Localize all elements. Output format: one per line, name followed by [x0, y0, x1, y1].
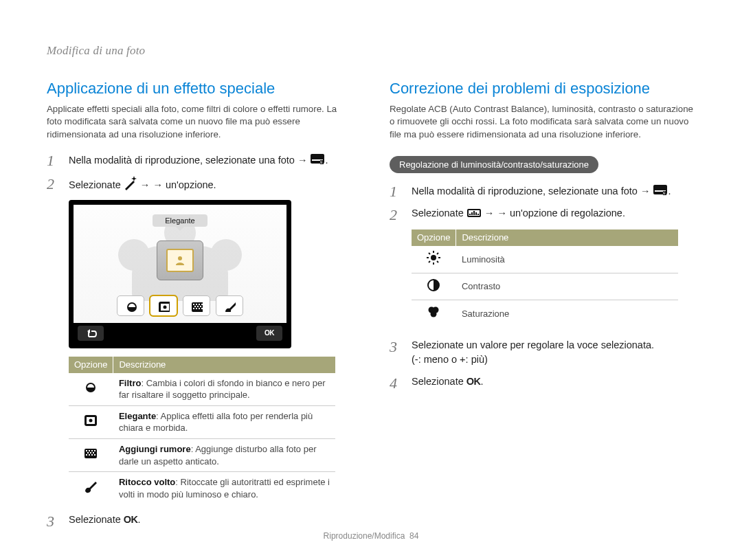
opt-label: Contrasto	[456, 273, 678, 300]
table-row: Luminosità	[412, 246, 678, 273]
table-header-description: Descrizione	[113, 357, 335, 373]
table-row: Aggiungi rumore: Aggiunge disturbo alla …	[69, 438, 335, 471]
right-step-2: 2 Selezionate → → un'opzione di regolazi…	[390, 206, 695, 223]
step-text: Selezionate	[412, 376, 464, 387]
page-section-title: Modifica di una foto	[47, 44, 145, 58]
step-number: 2	[47, 175, 59, 193]
step-text: Selezionate	[69, 514, 121, 525]
screen-ok-button[interactable]: OK	[256, 326, 282, 341]
ok-label-icon: OK	[124, 514, 138, 525]
arrow-icon: →	[140, 179, 150, 190]
opt-label: Saturazione	[456, 300, 678, 327]
table-row: Contrasto	[412, 273, 678, 300]
left-step-2: 2 Selezionate → → un'opzione.	[47, 175, 352, 193]
step-number: 3	[47, 513, 59, 529]
subsection-pill: Regolazione di luminosità/contrasto/satu…	[390, 156, 598, 173]
arrow-icon: →	[484, 208, 495, 219]
edit-card-icon	[653, 183, 668, 197]
table-row: Elegante: Applica effetti alla foto per …	[69, 405, 335, 438]
step-number: 3	[390, 338, 402, 368]
right-step-3: 3 Selezionate un valore per regolare la …	[390, 338, 695, 368]
levels-icon	[466, 206, 482, 219]
step-number: 4	[390, 374, 402, 391]
footer-section: Riproduzione/Modifica	[324, 531, 405, 541]
table-row: Ritocco volto: Ritoccate gli autoritratt…	[69, 472, 335, 505]
tray-noise-button[interactable]	[183, 295, 210, 316]
tray-elegant-button[interactable]	[150, 295, 177, 316]
right-column: Correzione dei problemi di esposizione R…	[390, 80, 695, 536]
edit-card-icon	[310, 152, 325, 166]
tray-retouch-button[interactable]	[216, 295, 243, 316]
camera-screen-preview: Elegante OK	[69, 200, 291, 348]
step-text: Nella modalità di riproduzione, selezion…	[69, 155, 307, 166]
step-number: 2	[390, 206, 402, 223]
right-step-1: 1 Nella modalità di riproduzione, selezi…	[390, 183, 695, 199]
left-options-table: Opzione Descrizione Filtro: Cambia i col…	[69, 357, 335, 504]
table-header-description: Descrizione	[456, 229, 678, 246]
opt-title: Ritocco volto	[119, 477, 175, 487]
left-heading: Applicazione di un effetto speciale	[47, 80, 352, 98]
left-column: Applicazione di un effetto speciale Appl…	[47, 80, 352, 536]
step-text: → un'opzione.	[153, 179, 216, 190]
elegant-icon	[83, 413, 98, 428]
filter-icon	[83, 380, 98, 395]
opt-title: Filtro	[119, 378, 142, 388]
contrast-icon	[426, 278, 441, 293]
opt-label: Luminosità	[456, 246, 678, 273]
right-intro: Regolate ACB (Auto Contrast Balance), lu…	[390, 103, 695, 141]
step-subtext: (-: meno o +: più)	[412, 354, 488, 365]
brightness-icon	[426, 250, 441, 265]
footer-page-number: 84	[409, 531, 418, 541]
table-header-option: Opzione	[412, 229, 456, 246]
right-heading: Correzione dei problemi di esposizione	[390, 80, 695, 98]
step-text: Selezionate un valore per regolare la vo…	[412, 339, 654, 350]
table-header-option: Opzione	[69, 357, 113, 373]
screen-back-button[interactable]	[78, 326, 104, 341]
page-footer: Riproduzione/Modifica 84	[0, 531, 742, 541]
step-text: Nella modalità di riproduzione, selezion…	[412, 186, 650, 197]
left-step-3: 3 Selezionate OK.	[47, 513, 352, 529]
step-text: → un'opzione di regolazione.	[497, 208, 625, 219]
step-text: Selezionate	[412, 208, 464, 219]
table-row: Saturazione	[412, 300, 678, 327]
left-step-1: 1 Nella modalità di riproduzione, selezi…	[47, 152, 352, 168]
tray-filter-button[interactable]	[117, 295, 144, 316]
person-icon	[172, 253, 188, 268]
step-text: Selezionate	[69, 179, 121, 190]
right-step-4: 4 Selezionate OK.	[390, 374, 695, 391]
ok-label-icon: OK	[466, 376, 481, 387]
step-number: 1	[390, 183, 402, 199]
left-intro: Applicate effetti speciali alla foto, co…	[47, 103, 352, 141]
wand-icon	[124, 175, 137, 190]
opt-title: Aggiungi rumore	[119, 444, 191, 454]
opt-desc: : Cambia i colori di sfondo in bianco e …	[119, 378, 326, 401]
effect-name-bubble: Elegante	[153, 214, 207, 227]
step-number: 1	[47, 152, 59, 168]
preview-thumbnail	[157, 240, 203, 280]
saturation-icon	[426, 304, 441, 320]
opt-title: Elegante	[119, 411, 156, 421]
right-options-table: Opzione Descrizione Luminosità Contrasto…	[412, 229, 678, 327]
noise-icon	[83, 446, 98, 461]
face-retouch-icon	[83, 479, 98, 494]
table-row: Filtro: Cambia i colori di sfondo in bia…	[69, 373, 335, 406]
